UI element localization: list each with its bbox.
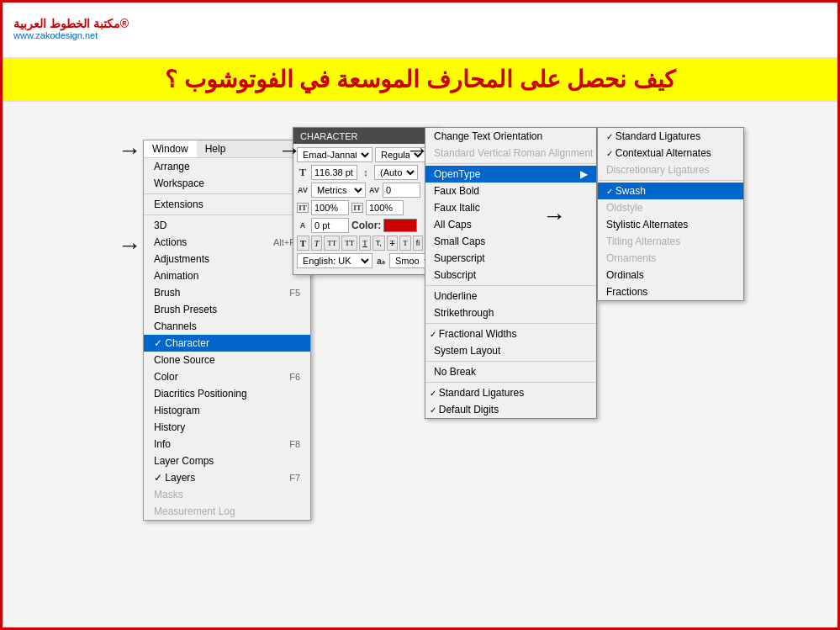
menu-tab-window[interactable]: Window xyxy=(144,140,197,157)
main-content: → → → → → Window Help Arrange▶ Workspace… xyxy=(0,102,840,630)
antialias-label: aₐ xyxy=(375,257,387,266)
top-header: ®مكتبة الخطوط العربية www.zakodesign.net xyxy=(0,0,840,59)
menu-item-brush[interactable]: BrushF5 xyxy=(144,284,310,301)
ot-sep-5 xyxy=(425,382,596,383)
menu-item-3d[interactable]: 3D xyxy=(144,217,310,234)
ot-fractional[interactable]: Fractional Widths xyxy=(425,326,596,342)
ots-titling-alt: Titling Alternates xyxy=(598,233,743,250)
menu-item-extensions[interactable]: Extensions▶ xyxy=(144,196,310,213)
ot-faux-bold[interactable]: Faux Bold xyxy=(425,183,596,199)
ots-sep-1 xyxy=(598,180,743,181)
superscript-btn[interactable]: T xyxy=(399,236,411,251)
tracking-input[interactable] xyxy=(383,183,420,198)
menu-item-clone-source[interactable]: Clone Source xyxy=(144,352,310,368)
ot-default-digits[interactable]: Default Digits xyxy=(425,401,596,418)
language-select[interactable]: English: UK xyxy=(297,253,372,268)
hscale-icon: IT xyxy=(297,203,309,213)
menu-separator-2 xyxy=(144,214,310,215)
menu-item-history[interactable]: History xyxy=(144,419,310,436)
menu-item-diacritics[interactable]: Diacritics Positioning xyxy=(144,385,310,402)
menu-item-brush-presets[interactable]: Brush Presets xyxy=(144,301,310,318)
ot-no-break[interactable]: No Break xyxy=(425,363,596,380)
frac-btn[interactable]: fi xyxy=(413,236,424,251)
ot-std-ligatures[interactable]: Standard Ligatures xyxy=(425,384,596,401)
char-scale-row: IT IT xyxy=(297,200,436,215)
ot-std-vertical: Standard Vertical Roman Alignment xyxy=(425,145,596,161)
underline-t-btn[interactable]: T xyxy=(359,236,371,251)
tt-btn[interactable]: TT xyxy=(324,236,340,251)
kerning-select[interactable]: Metrics xyxy=(311,183,366,198)
opentype-submenu: Standard Ligatures Contextual Alternates… xyxy=(597,127,744,301)
menu-item-layer-comps[interactable]: Layer Comps xyxy=(144,453,310,469)
ots-std-ligatures[interactable]: Standard Ligatures xyxy=(598,128,743,145)
menu-item-animation[interactable]: Animation xyxy=(144,267,310,284)
ots-contextual-alt[interactable]: Contextual Alternates xyxy=(598,145,743,161)
char-kerning-row: AV Metrics AV xyxy=(297,183,436,198)
font-size-input[interactable] xyxy=(311,165,357,180)
menu-item-workspace[interactable]: Workspace▶ xyxy=(144,175,310,192)
ots-oldstyle: Oldstyle xyxy=(598,199,743,216)
ot-small-caps[interactable]: Small Caps xyxy=(425,233,596,250)
menu-item-layers[interactable]: ✓ LayersF7 xyxy=(144,469,310,486)
title-bar: كيف نحصل على المحارف الموسعة في الفوتوشو… xyxy=(0,59,840,102)
arrow-3: → xyxy=(405,137,429,164)
menu-item-color[interactable]: ColorF6 xyxy=(144,368,310,385)
ot-system-layout[interactable]: System Layout xyxy=(425,342,596,359)
menu-item-info[interactable]: InfoF8 xyxy=(144,436,310,453)
color-swatch[interactable] xyxy=(383,219,417,232)
char-baseline-row: A Color: xyxy=(297,218,436,233)
kerning-icon: AV xyxy=(297,186,309,194)
menu-item-histogram[interactable]: Histogram xyxy=(144,402,310,419)
arrow-1: → xyxy=(118,137,141,164)
strikethrough-t-btn[interactable]: T xyxy=(387,236,399,251)
ot-strikethrough[interactable]: Strikethrough xyxy=(425,304,596,321)
ot-faux-italic[interactable]: Faux Italic xyxy=(425,199,596,216)
ots-stylistic-alt[interactable]: Stylistic Alternates xyxy=(598,216,743,233)
logo-text: ®مكتبة الخطوط العربية xyxy=(13,17,129,30)
bold-btn[interactable]: T xyxy=(297,236,309,251)
ot-subscript[interactable]: Subscript xyxy=(425,267,596,283)
ot-change-orient[interactable]: Change Text Orientation xyxy=(425,128,596,145)
arrow-2: → xyxy=(277,137,301,164)
ots-discretionary: Discretionary Ligatures xyxy=(598,161,743,178)
menu-item-actions[interactable]: ActionsAlt+F9 xyxy=(144,234,310,251)
menu-tab-help[interactable]: Help xyxy=(197,140,235,157)
arrow-4: → xyxy=(118,232,141,259)
italic-btn[interactable]: T xyxy=(311,236,323,251)
leading-select[interactable]: (Auto) xyxy=(374,165,418,180)
ot-sep-2 xyxy=(425,285,596,286)
menu-item-adjustments[interactable]: Adjustments xyxy=(144,251,310,267)
menu-item-channels[interactable]: Channels xyxy=(144,318,310,335)
ot-superscript[interactable]: Superscript xyxy=(425,250,596,267)
ot-all-caps[interactable]: All Caps xyxy=(425,216,596,233)
menu-separator-1 xyxy=(144,193,310,194)
menu-item-measurement-log: Measurement Log xyxy=(144,503,310,520)
ot-underline[interactable]: Underline xyxy=(425,288,596,304)
leading-icon: ↕ xyxy=(360,167,372,177)
hscale-input[interactable] xyxy=(311,200,349,215)
ots-ornaments: Ornaments xyxy=(598,250,743,267)
vscale-input[interactable] xyxy=(366,200,404,215)
ots-swash[interactable]: Swash xyxy=(598,183,743,199)
menu-item-masks: Masks xyxy=(144,486,310,503)
tt2-btn[interactable]: TT xyxy=(341,236,357,251)
ot-sep-4 xyxy=(425,361,596,362)
font-name-select[interactable]: Emad-Jannat xyxy=(297,147,372,162)
title-text: كيف نحصل على المحارف الموسعة في الفوتوشو… xyxy=(165,66,675,93)
opentype-menu: Change Text Orientation Standard Vertica… xyxy=(425,127,597,419)
char-panel-title: CHARACTER xyxy=(300,131,357,141)
ots-ordinals[interactable]: Ordinals xyxy=(598,267,743,283)
window-menu: Window Help Arrange▶ Workspace▶ Extensio… xyxy=(143,140,311,521)
baseline-input[interactable] xyxy=(311,218,349,233)
ots-fractions[interactable]: Fractions xyxy=(598,283,743,300)
comma-btn[interactable]: T, xyxy=(372,236,385,251)
char-lang-row: English: UK aₐ Smooth xyxy=(297,253,436,268)
ot-sep-3 xyxy=(425,323,596,324)
tracking-icon: AV xyxy=(368,186,380,194)
ot-opentype[interactable]: OpenType▶ xyxy=(425,166,596,183)
ot-sep-1 xyxy=(425,163,596,164)
color-label: Color: xyxy=(351,220,381,231)
vscale-icon: IT xyxy=(351,203,363,213)
menu-item-character[interactable]: ✓ Character xyxy=(144,335,310,352)
logo-url: www.zakodesign.net xyxy=(13,30,98,40)
